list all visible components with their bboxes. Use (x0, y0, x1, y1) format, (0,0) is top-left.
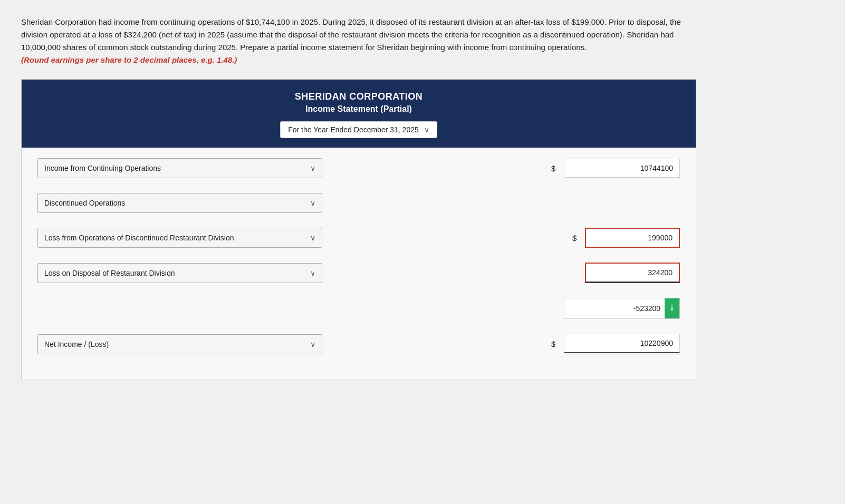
net-income-row: Net Income / (Loss) ∨ $ 10220900 (37, 334, 680, 354)
sub-total-text: -523200 (564, 299, 664, 317)
loss-ops-label: Loss from Operations of Discontinued Res… (44, 234, 234, 242)
income-continuing-dropdown[interactable]: Income from Continuing Operations ∨ (37, 158, 322, 178)
income-continuing-label: Income from Continuing Operations (44, 164, 161, 172)
loss-ops-chevron-icon: ∨ (310, 234, 315, 242)
intro-text: Sheridan Corporation had income from con… (21, 17, 681, 52)
date-chevron-icon: ∨ (424, 125, 429, 134)
statement-title: Income Statement (Partial) (32, 104, 685, 114)
info-button[interactable]: i (665, 298, 679, 318)
net-income-label: Net Income / (Loss) (44, 340, 109, 348)
net-income-dollar: $ (551, 340, 560, 348)
loss-disposal-right: $ 324200 (556, 263, 680, 283)
net-income-dropdown[interactable]: Net Income / (Loss) ∨ (37, 334, 322, 354)
income-continuing-dollar: $ (551, 164, 560, 173)
net-income-value[interactable]: 10220900 (564, 334, 680, 354)
loss-disposal-dropdown[interactable]: Loss on Disposal of Restaurant Division … (37, 263, 322, 283)
intro-note: (Round earnings per share to 2 decimal p… (21, 55, 237, 64)
intro-paragraph: Sheridan Corporation had income from con… (21, 16, 707, 66)
loss-ops-value[interactable]: 199000 (585, 228, 680, 248)
income-continuing-chevron-icon: ∨ (310, 164, 315, 172)
statement-container: SHERIDAN CORPORATION Income Statement (P… (21, 79, 696, 380)
loss-disposal-chevron-icon: ∨ (310, 269, 315, 277)
discontinued-ops-label: Discontinued Operations (44, 199, 125, 207)
sub-total-value[interactable]: -523200 i (564, 298, 680, 319)
discontinued-ops-row: Discontinued Operations ∨ (37, 193, 680, 213)
date-dropdown[interactable]: For the Year Ended December 31, 2025 ∨ (280, 121, 437, 138)
net-income-right: $ 10220900 (535, 334, 680, 354)
date-label: For the Year Ended December 31, 2025 (288, 125, 419, 134)
income-continuing-row: Income from Continuing Operations ∨ $ 10… (37, 158, 680, 178)
loss-disposal-label: Loss on Disposal of Restaurant Division (44, 269, 175, 277)
statement-body: Income from Continuing Operations ∨ $ 10… (22, 148, 696, 380)
net-income-chevron-icon: ∨ (310, 340, 315, 348)
loss-ops-row: Loss from Operations of Discontinued Res… (37, 228, 680, 248)
income-continuing-right: $ 10744100 (535, 159, 680, 178)
discontinued-ops-chevron-icon: ∨ (310, 199, 315, 207)
loss-ops-dollar: $ (572, 234, 581, 243)
loss-disposal-row: Loss on Disposal of Restaurant Division … (37, 263, 680, 283)
loss-disposal-value[interactable]: 324200 (585, 263, 680, 283)
loss-ops-dropdown[interactable]: Loss from Operations of Discontinued Res… (37, 228, 322, 248)
corp-name: SHERIDAN CORPORATION (32, 91, 685, 102)
income-continuing-value[interactable]: 10744100 (564, 159, 680, 178)
discontinued-ops-dropdown[interactable]: Discontinued Operations ∨ (37, 193, 322, 213)
statement-header: SHERIDAN CORPORATION Income Statement (P… (22, 80, 696, 148)
loss-ops-right: $ 199000 (556, 228, 680, 248)
sub-total-row: -523200 i (37, 298, 680, 319)
